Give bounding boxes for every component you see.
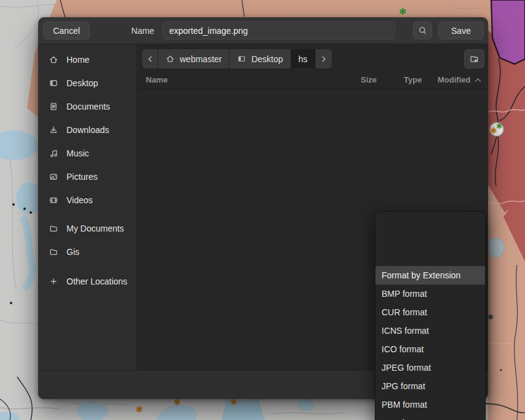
menu-item-bmp[interactable]: BMP format — [375, 285, 485, 303]
orange-asterisk-marker: ✱ — [135, 404, 143, 415]
sidebar-item-videos[interactable]: Videos — [38, 188, 136, 212]
black-dot-marker — [12, 203, 15, 206]
column-header-modified[interactable]: Modified — [438, 75, 481, 84]
sidebar-item-home[interactable]: Home — [38, 48, 136, 71]
black-dot-marker — [10, 302, 12, 304]
green-asterisk-marker: ✱ — [399, 6, 407, 17]
screen: ✱ ✱ ✱ ✱ ✱ ✱ ✱ Cancel — [0, 0, 525, 420]
svg-text:✱: ✱ — [496, 122, 502, 131]
sidebar-separator — [38, 264, 136, 270]
film-icon — [49, 195, 58, 205]
plus-icon — [49, 277, 58, 286]
orange-green-asterisk-circle-marker: ✱ ✱ — [490, 122, 503, 136]
sidebar-item-label: Videos — [66, 195, 93, 205]
dark-splat-marker: ✱ — [487, 313, 494, 321]
file-format-menu: Format by Extension BMP format CUR forma… — [375, 211, 486, 420]
column-header-type[interactable]: Type — [404, 75, 422, 84]
caret-up-icon — [475, 78, 481, 83]
breadcrumb-hs[interactable]: hs — [291, 49, 316, 68]
breadcrumb-label: hs — [299, 54, 308, 64]
sidebar-item-other-locations[interactable]: Other Locations — [38, 270, 136, 293]
breadcrumb-label: webmaster — [180, 54, 222, 64]
sidebar-item-documents[interactable]: Documents — [38, 95, 136, 118]
sidebar-item-my-documents[interactable]: My Documents — [38, 217, 136, 240]
back-button[interactable] — [142, 49, 158, 68]
sidebar-separator — [38, 212, 136, 217]
menu-item-icns[interactable]: ICNS format — [375, 321, 485, 340]
document-icon — [49, 102, 58, 111]
folder-icon — [49, 247, 58, 257]
path-bar: webmaster Desktop hs — [137, 44, 488, 73]
sidebar-item-gis[interactable]: Gis — [38, 240, 136, 264]
forward-button[interactable] — [316, 49, 332, 68]
black-dot-marker — [23, 208, 26, 210]
sidebar-item-label: Home — [66, 55, 89, 65]
save-button[interactable]: Save — [438, 22, 484, 39]
sidebar-item-label: Documents — [66, 102, 110, 111]
dialog-headerbar: Cancel Name Save — [38, 17, 488, 44]
menu-item-ico[interactable]: ICO format — [375, 340, 485, 358]
menu-item-jpg[interactable]: JPG format — [375, 377, 485, 395]
sidebar-item-label: My Documents — [66, 224, 124, 233]
sidebar-item-desktop[interactable]: Desktop — [38, 71, 136, 95]
menu-item-format-by-extension[interactable]: Format by Extension — [375, 266, 485, 285]
desktop-icon — [49, 78, 58, 88]
sidebar-item-pictures[interactable]: Pictures — [38, 165, 136, 188]
chevron-right-icon — [319, 55, 328, 63]
desktop-icon — [237, 54, 246, 63]
sidebar-item-downloads[interactable]: Downloads — [38, 118, 136, 142]
music-note-icon — [49, 148, 58, 158]
menu-empty-area — [375, 212, 485, 266]
sidebar-item-label: Pictures — [66, 172, 98, 182]
home-icon — [49, 55, 58, 65]
sidebar-item-label: Downloads — [66, 125, 109, 135]
search-icon — [418, 26, 428, 36]
column-header-size[interactable]: Size — [361, 75, 377, 84]
file-list-header: Name Size Type Modified — [137, 73, 488, 89]
menu-item-cur[interactable]: CUR format — [375, 303, 485, 321]
sidebar-item-label: Gis — [66, 247, 79, 257]
home-icon — [166, 54, 175, 63]
sidebar-item-label: Music — [66, 148, 89, 158]
download-icon — [49, 125, 58, 135]
cancel-button[interactable]: Cancel — [43, 22, 90, 39]
menu-item-jpeg[interactable]: JPEG format — [375, 358, 485, 377]
filename-input[interactable] — [162, 22, 395, 39]
column-header-name[interactable]: Name — [146, 75, 167, 84]
black-dot-marker — [30, 211, 32, 214]
column-header-label: Modified — [438, 75, 470, 84]
places-sidebar: Home Desktop Documents — [38, 44, 137, 370]
menu-item-pcx[interactable]: PCX format — [375, 414, 485, 420]
sidebar-item-label: Desktop — [66, 78, 98, 88]
breadcrumb-label: Desktop — [251, 54, 283, 64]
sidebar-item-label: Other Locations — [66, 277, 127, 286]
filename-label: Name — [124, 17, 161, 44]
breadcrumb-desktop[interactable]: Desktop — [230, 49, 291, 68]
search-button[interactable] — [413, 22, 432, 39]
breadcrumb: webmaster Desktop hs — [142, 49, 332, 68]
breadcrumb-webmaster[interactable]: webmaster — [158, 49, 230, 68]
menu-item-pbm[interactable]: PBM format — [375, 395, 485, 414]
new-folder-button[interactable] — [464, 49, 484, 68]
sidebar-item-music[interactable]: Music — [38, 142, 136, 165]
chevron-left-icon — [146, 55, 154, 63]
folder-plus-icon — [469, 54, 479, 64]
folder-icon — [49, 224, 58, 233]
picture-icon — [49, 172, 58, 182]
